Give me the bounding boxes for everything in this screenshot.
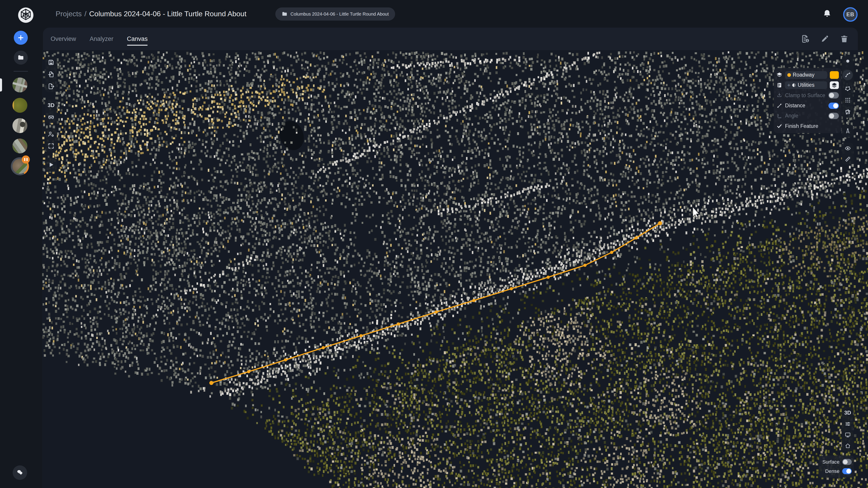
active-project-indicator [0,78,2,92]
polyline-tool-selected[interactable] [842,70,853,80]
angle-toggle[interactable] [829,113,839,119]
play-icon[interactable] [48,161,55,168]
folder-icon [18,54,24,61]
layer-row-roadway: Roadway [776,70,839,80]
project-badge[interactable]: Columbus 2024-04-06 - Little Turtle Roun… [275,7,395,21]
chat-button[interactable] [13,465,27,480]
import-file-icon[interactable] [48,71,55,78]
tab-overview[interactable]: Overview [51,28,76,50]
notebook-icon [776,82,782,88]
dense-toggle-row: Dense [821,468,852,474]
layers-icon [776,72,782,78]
stereo-glasses-icon[interactable] [48,113,55,121]
layers-icon [832,83,837,88]
layer-color-dot [787,73,791,77]
polyline-tool-icon [845,72,851,78]
tab-bar: Overview Analyzer Canvas [43,28,858,50]
tab-canvas[interactable]: Canvas [127,28,148,50]
view-mode-rail: 3D [45,99,57,123]
annotate-rail [842,125,854,137]
surface-toggle-row: Surface [821,459,852,465]
map-canvas-area[interactable]: 3D [42,50,868,488]
tabs: Overview Analyzer Canvas [43,28,148,50]
ruler-icon[interactable] [845,156,851,162]
mesh-tool-icon[interactable] [845,109,851,115]
project-thumbnail-dirt-site[interactable] [12,118,27,133]
feature-panel: Roadway + Utilities Clamp to Surface [774,68,842,133]
edit-icon[interactable] [820,34,829,43]
layer-color-swatch[interactable] [830,71,839,79]
notifications-button[interactable] [822,9,832,19]
clamp-to-surface-toggle[interactable] [829,92,839,98]
project-thumbnail-roadway[interactable] [12,138,27,153]
avatar-initials: EB [846,11,854,18]
tab-analyzer[interactable]: Analyzer [90,28,114,50]
3d-mode-button[interactable]: 3D [48,102,55,108]
project-thumbnail-intersection[interactable] [12,77,27,92]
display-settings-icon[interactable] [845,421,851,427]
layer-name-input-roadway[interactable]: Roadway [785,71,827,79]
bell-icon [822,9,832,19]
toggle-row-angle: Angle [776,111,839,121]
plus-icon [17,34,24,41]
save-icon[interactable] [48,59,55,66]
folder-icon [282,11,287,17]
home-icon[interactable] [845,443,851,449]
layer-name: Roadway [793,72,814,78]
toggle-row-distance: Distance [776,101,839,110]
pause-icon[interactable] [22,156,30,164]
app-logo-icon[interactable] [18,7,34,24]
tab-actions [801,34,858,43]
user-avatar[interactable]: EB [843,7,858,22]
fullscreen-icon[interactable] [48,142,55,149]
project-thumbnail-field[interactable] [12,98,27,113]
view-tools-rail [842,143,854,164]
visibility-icon[interactable] [845,145,851,151]
point-tool-icon[interactable] [845,58,851,64]
user-settings-icon[interactable] [48,131,55,138]
3d-indicator[interactable]: 3D [844,410,851,416]
render-toggles-panel: Surface Dense [819,455,854,478]
distance-label: Distance [785,103,826,109]
compass-tool-icon[interactable] [845,128,851,134]
sidebar-divider [13,71,28,72]
finish-feature-label: Finish Feature [785,123,839,129]
delete-icon[interactable] [840,34,849,43]
file-tools-rail [45,57,57,92]
export-file-icon[interactable] [48,83,55,90]
projects-folder-button[interactable] [14,51,28,65]
playback-rail [45,158,57,172]
point-cloud-canvas[interactable] [42,50,868,488]
session-tools-rail [45,128,57,152]
angle-label: Angle [785,113,826,119]
utilities-layers-button[interactable] [830,81,839,89]
breadcrumb-projects-link[interactable]: Projects [56,10,82,18]
distance-toggle[interactable] [829,103,839,109]
dense-label: Dense [825,468,839,474]
layer-name: Utilities [798,82,814,88]
top-bar: Projects / Columbus 2024-04-06 - Little … [42,0,868,28]
add-layer-prefix: + [787,82,790,88]
layer-row-utilities: + Utilities [776,80,839,90]
check-icon [776,123,782,129]
layer-color-dot-half [792,84,796,87]
polygon-tool-icon[interactable] [845,86,851,92]
breadcrumb-separator: / [85,10,87,18]
app-sidebar [0,0,42,488]
surface-toggle[interactable] [842,459,852,465]
dense-toggle[interactable] [842,468,852,474]
chat-bubbles-icon [16,469,24,477]
file-info-icon[interactable] [801,34,810,43]
clamp-to-surface-label: Clamp to Surface [785,92,826,98]
add-button[interactable] [14,31,28,45]
project-badge-label: Columbus 2024-04-06 - Little Turtle Roun… [290,11,389,17]
grid-tool-icon[interactable] [845,97,851,103]
toggle-row-clamp: Clamp to Surface [776,91,839,100]
page-title: Columbus 2024-04-06 - Little Turtle Roun… [89,10,246,18]
surface-label: Surface [822,459,839,465]
layer-name-input-utilities[interactable]: + Utilities [785,81,827,89]
distance-icon [776,103,782,109]
finish-feature-row[interactable]: Finish Feature [776,121,839,131]
monitor-icon[interactable] [845,432,851,438]
clamp-to-surface-icon [776,92,782,98]
